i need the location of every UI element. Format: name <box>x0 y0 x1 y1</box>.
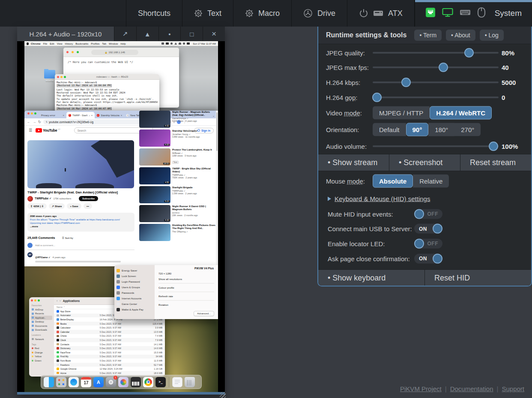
related-video-title[interactable]: Protect The Lamborghini, Keep It <box>172 148 216 151</box>
close-confirm-toggle[interactable]: ON <box>414 253 442 263</box>
h264-kbps-slider[interactable] <box>373 81 499 83</box>
tab-close-icon[interactable]: × <box>63 114 64 117</box>
related-video-item[interactable]: 5:23 Starlight Brigade TWRPtube ✓ 1.5M v… <box>139 186 216 203</box>
tab-audio-icon[interactable]: ♪ <box>89 114 90 117</box>
settings-row[interactable]: Refresh rate <box>158 292 214 301</box>
show-keyboard-button[interactable]: • Show keyboard <box>318 270 425 286</box>
forward-icon[interactable]: → <box>33 120 36 124</box>
gop-hint-link[interactable]: gop <box>345 93 356 101</box>
remote-desktop-screen[interactable]: ChromeFileEditViewHistoryBookmarksProfil… <box>24 41 218 392</box>
nav-text[interactable]: Text <box>182 0 233 27</box>
tab-close-icon[interactable]: × <box>91 114 93 117</box>
sidebar-item[interactable]: Desktop <box>31 320 52 324</box>
support-link[interactable]: Support <box>502 385 524 392</box>
sort-by-button[interactable]: ☰ Sort by <box>62 236 73 239</box>
safari-address-bar[interactable]: 🔒192.168.1.146 <box>91 50 138 55</box>
related-video-title[interactable]: Starship Velociraptor <box>172 130 216 133</box>
settings-sidebar-item[interactable]: Internet Accounts <box>117 295 152 301</box>
related-video-title[interactable]: Night Runner - Magnum Bullets (feat. Dan… <box>172 111 216 117</box>
orientation-90-button[interactable]: 90° <box>406 123 429 136</box>
subscribe-button[interactable]: Subscribe <box>79 196 98 201</box>
forward-icon[interactable]: › <box>60 299 60 302</box>
channel-name[interactable]: TWRPtube ✓ <box>35 197 51 200</box>
related-video-title[interactable]: Dividing By Zero/Slim Pickens Does The R… <box>172 224 216 230</box>
minimize-traffic-light[interactable] <box>72 51 74 53</box>
mac-menu-item[interactable]: View <box>57 42 63 45</box>
nav-shortcuts[interactable]: Shortcuts <box>126 0 182 27</box>
chrome-address-bar[interactable]: ⇅youtube.com/watch?v=J9Q3i5w6-Ug <box>43 119 151 124</box>
mac-menu-item[interactable]: Tab <box>102 42 106 45</box>
stream-window-header[interactable]: H.264 + Audio – 1920x10 ↗ ▲ • □ × <box>17 27 225 41</box>
finder-traffic-lights[interactable] <box>31 299 52 302</box>
window-resize-handle[interactable] <box>220 392 226 398</box>
nav-macro[interactable]: Macro <box>233 0 292 27</box>
related-video-item[interactable]: 4:55 TWRP - Bright Blue Sky (Official Vi… <box>139 167 216 184</box>
dot-icon[interactable]: • <box>158 27 181 41</box>
comment-author[interactable]: @RTGame ✓ <box>35 256 51 259</box>
mute-hid-toggle[interactable]: OFF <box>414 209 442 219</box>
youtube-logo[interactable]: YouTubeCY <box>36 128 60 133</box>
sidebar-item[interactable]: Network <box>31 337 52 341</box>
system-settings-dock-icon[interactable]: ⚙1 <box>106 377 116 387</box>
settings-row[interactable]: Colour profile <box>158 283 214 292</box>
pikvm-project-link[interactable]: PiKVM Project <box>400 385 442 392</box>
close-icon[interactable]: × <box>203 27 225 41</box>
zoom-traffic-light[interactable] <box>77 51 79 53</box>
tab-close-icon[interactable]: × <box>121 114 123 117</box>
related-video-item[interactable]: 18:53 Protect The Lamborghini, Keep It M… <box>139 148 216 166</box>
reset-stream-button[interactable]: Reset stream <box>460 154 531 171</box>
show-stream-button[interactable]: • Show stream <box>318 154 389 171</box>
sidebar-item[interactable]: Recents <box>31 312 52 316</box>
about-button[interactable]: • About <box>446 30 475 41</box>
video-thumbnail[interactable] <box>139 224 170 241</box>
remote-video-stream[interactable]: ChromeFileEditViewHistoryBookmarksProfil… <box>17 41 225 392</box>
close-traffic-light[interactable] <box>66 51 69 53</box>
orientation-default-button[interactable]: Default <box>373 123 406 136</box>
apple-menu-icon[interactable] <box>27 42 29 45</box>
finder-dock-icon[interactable] <box>44 377 54 387</box>
minimize-traffic-light[interactable] <box>60 76 63 78</box>
mac-menu-item[interactable]: Chrome <box>31 42 41 45</box>
settings-sidebar-item[interactable]: Users & Groups <box>117 284 152 290</box>
chrome-tab[interactable]: Privacy error× <box>39 112 66 118</box>
nav-system-section[interactable]: System <box>415 0 532 27</box>
related-video-item[interactable]: 4:33 Starship Velociraptor Jonathan Youn… <box>139 130 216 147</box>
documentation-link[interactable]: Documentation <box>450 385 493 392</box>
tag-item[interactable]: Red <box>31 347 52 351</box>
video-thumbnail[interactable]: 18:53 <box>139 148 170 166</box>
hamburger-menu-icon[interactable]: ☰ <box>29 128 32 133</box>
slider-knob[interactable] <box>439 63 448 72</box>
file-row[interactable]: Chess 5 Dec 2023, 9:37 AM 7.4 MB <box>54 334 165 338</box>
mouse-relative-button[interactable]: Relative <box>413 175 449 188</box>
screenshot-button[interactable]: • Screenshot <box>389 154 460 171</box>
mac-menu-item[interactable]: File <box>43 42 48 45</box>
settings-row[interactable]: Show all resolutions <box>158 275 214 283</box>
usb-connect-toggle[interactable]: ON <box>414 224 442 234</box>
related-video-item[interactable]: 4:33 Night Runner X Danni GSD | Magnum B… <box>139 205 216 222</box>
finder-sidebar[interactable]: Favourites AirDropRecentsApplicati..Desk… <box>29 297 54 377</box>
mac-menubar[interactable]: ChromeFileEditViewHistoryBookmarksProfil… <box>24 41 218 46</box>
documents-dock-icon[interactable] <box>172 377 182 387</box>
mac-menu-item[interactable]: History <box>65 42 73 45</box>
mouse-absolute-button[interactable]: Absolute <box>373 175 413 188</box>
sidebar-item[interactable]: Downloads <box>31 328 52 332</box>
chrome-dock-icon[interactable] <box>143 377 153 387</box>
orientation-270-button[interactable]: 270° <box>454 123 481 136</box>
h264-webrtc-button[interactable]: H.264 / WebRTC <box>430 106 492 120</box>
midi-keyboard-dock-icon[interactable] <box>131 377 141 387</box>
file-row[interactable]: Calculator 5 Dec 2023, 9:37 AM 3.9 MB <box>54 326 165 330</box>
tag-item[interactable]: Yellow <box>31 355 52 359</box>
related-video-item[interactable]: 4:32 Night Runner - Magnum Bullets (feat… <box>139 111 216 128</box>
description-more-link[interactable]: ...more <box>30 225 132 228</box>
mode-hint-link[interactable]: mode <box>344 109 360 117</box>
file-row[interactable]: Books 5 Dec 2023, 9:37 AM 115.4 MB <box>54 322 165 326</box>
video-thumbnail[interactable]: 4:55 <box>139 167 170 184</box>
video-thumbnail[interactable]: 5:23 <box>139 186 170 203</box>
comment-input[interactable]: Add a comment... <box>35 244 55 247</box>
back-icon[interactable]: ← <box>27 120 30 124</box>
mac-menu-items[interactable]: ChromeFileEditViewHistoryBookmarksProfil… <box>31 42 129 45</box>
mac-dock[interactable]: 17 A ⚙1 >_ <box>41 375 202 389</box>
file-row[interactable]: FaceTime 5 Dec 2023, 9:37 AM 15.5 MB <box>54 350 165 355</box>
nav-drive[interactable]: Drive <box>292 0 347 27</box>
hid-settings-link[interactable]: Keyboard & Mouse (HID) settings <box>328 195 430 202</box>
